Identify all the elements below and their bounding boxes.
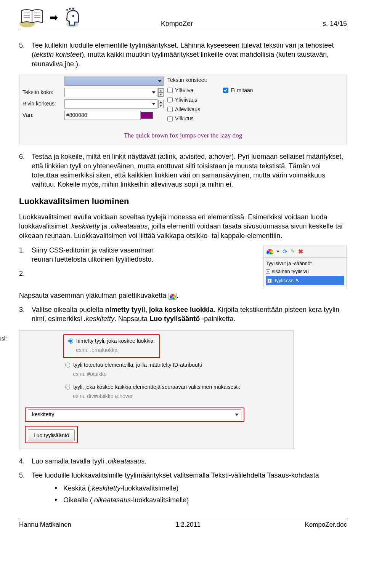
line-height-spinner[interactable]: ▲▼ bbox=[158, 100, 164, 108]
page-footer: Hannu Matikainen 1.2.2011 KompoZer.doc bbox=[19, 518, 347, 529]
numbered-list-top2: 6. Testaa ja kokeile, miltä eri linkit n… bbox=[19, 152, 347, 189]
create-rule-button[interactable]: Luo tyylisääntö bbox=[28, 429, 75, 442]
color-swatch[interactable] bbox=[141, 112, 153, 119]
dropdown-arrow-icon bbox=[152, 103, 156, 105]
checkbox-overline[interactable]: Yläviiva bbox=[167, 87, 200, 94]
dropdown-arrow-icon[interactable] bbox=[276, 251, 279, 252]
page-header: ➡ KompoZer s. 14/15 bbox=[19, 8, 347, 30]
footer-filename: KompoZer.doc bbox=[305, 521, 347, 529]
intro-paragraph: Luokkavalitsimen avulla voidaan soveltaa… bbox=[19, 213, 347, 240]
bullet-item: Oikealle (.oikeatasaus-luokkavalitsimell… bbox=[55, 495, 347, 505]
steps-list-2: 4. Luo samalla tavalla tyyli .oikeatasau… bbox=[19, 457, 347, 507]
step-4: 4. Luo samalla tavalla tyyli .oikeatasau… bbox=[19, 457, 347, 466]
footer-date: 1.2.2011 bbox=[175, 521, 201, 529]
label-line-height: Rivin korkeus: bbox=[22, 100, 64, 107]
highlighted-input: .keskitetty bbox=[25, 407, 244, 422]
step-3: 3. Valitse oikealta puolelta nimetty tyy… bbox=[19, 305, 347, 324]
delete-icon[interactable]: ✖ bbox=[298, 248, 303, 256]
label-text-size: Tekstin koko: bbox=[22, 89, 64, 96]
svg-point-9 bbox=[66, 9, 68, 11]
line-height-field[interactable] bbox=[64, 99, 157, 109]
refresh-icon[interactable]: ⟳ bbox=[283, 248, 287, 256]
radio-class-style[interactable]: nimetty tyyli, joka koskee luokkia: bbox=[66, 336, 157, 346]
item-text: Tee kullekin luodulle elementille tyylim… bbox=[32, 41, 347, 69]
checkbox-underline[interactable]: Alleviivaus bbox=[167, 106, 200, 113]
radio-selector-style[interactable]: tyyli, joka koskee kaikkia elementtejä s… bbox=[63, 382, 288, 392]
color-input[interactable]: #800080 bbox=[64, 111, 141, 120]
list-item-5: 5. Tee kullekin luodulle elementille tyy… bbox=[19, 41, 347, 69]
section-heading: Luokkavalitsimen luominen bbox=[19, 196, 347, 207]
text-style-panel: Tekstin koko: ▲▼ Rivin korkeus: ▲▼ Väri:… bbox=[19, 75, 347, 145]
header-title: KompoZer bbox=[161, 19, 193, 28]
bullet-item: Keskitä (.keskitetty-luokkavalitsimelle) bbox=[55, 483, 347, 493]
item-number: 5. bbox=[19, 41, 30, 50]
bullet-list: Keskitä (.keskitetty-luokkavalitsimelle)… bbox=[55, 483, 347, 505]
hint-text: esim. .omaluokka bbox=[76, 346, 157, 356]
preview-text: The quick brown fox jumps over the lazy … bbox=[22, 131, 344, 140]
item-text: Testaa ja kokeile, miltä eri linkit näyt… bbox=[32, 152, 347, 189]
hint-text: esim. #otsikko bbox=[73, 370, 288, 380]
numbered-list-top: 5. Tee kullekin luodulle elementille tyy… bbox=[19, 41, 347, 69]
radio-id-style[interactable]: tyyli toteutuu elementeillä, joilla määr… bbox=[63, 360, 288, 370]
panel-title: Tyylisivut ja -säännöt bbox=[266, 259, 344, 268]
item-number: 6. bbox=[19, 152, 30, 161]
list-item-6: 6. Testaa ja kokeile, miltä eri linkit n… bbox=[19, 152, 347, 189]
svg-point-8 bbox=[72, 15, 74, 17]
text-size-field[interactable] bbox=[64, 88, 157, 97]
create-rule-dialog: Luo uusi: nimetty tyyli, joka koskee luo… bbox=[19, 330, 294, 449]
thinking-head-icon bbox=[62, 8, 81, 28]
checkbox-linethrough[interactable]: Yliviivaus bbox=[167, 96, 200, 104]
step-1: 1. Siirry CSS-editoriin ja valitse vasem… bbox=[19, 246, 258, 264]
hint-text: esim. div#otsikko a:hover bbox=[73, 392, 288, 402]
create-new-label: Luo uusi: bbox=[0, 335, 7, 342]
text-size-spinner[interactable]: ▲▼ bbox=[158, 88, 164, 97]
checkbox-blink[interactable]: Vilkutus bbox=[167, 115, 200, 122]
edit-icon[interactable]: ✎ bbox=[291, 248, 295, 255]
header-page: s. 14/15 bbox=[323, 19, 347, 28]
css-editor-toolbar: ⟳ ✎ ✖ bbox=[263, 246, 347, 258]
dropdown-arrow-icon bbox=[152, 91, 156, 94]
palette-icon bbox=[168, 293, 177, 300]
decorations-title: Tekstin koristeet: bbox=[167, 77, 344, 84]
open-book-icon bbox=[19, 8, 46, 28]
step-5: 5. Tee luoduille luokkavalitsimille tyyl… bbox=[19, 471, 347, 507]
font-family-dropdown[interactable] bbox=[64, 77, 164, 86]
header-text: KompoZer s. 14/15 bbox=[161, 19, 347, 28]
label-color: Väri: bbox=[22, 112, 64, 119]
checkbox-none[interactable]: Ei mitään bbox=[223, 87, 253, 94]
header-icons: ➡ bbox=[19, 8, 81, 28]
arrow-right-icon: ➡ bbox=[50, 11, 58, 24]
highlighted-button: Luo tyylisääntö bbox=[25, 426, 78, 444]
cursor-icon: ↖ bbox=[295, 276, 300, 285]
css-editor-sidebar: ⟳ ✎ ✖ Tyylisivut ja -säännöt +sisäinen t… bbox=[263, 246, 347, 287]
highlighted-option: nimetty tyyli, joka koskee luokkia: esim… bbox=[63, 334, 160, 358]
svg-point-10 bbox=[69, 8, 71, 10]
tree-item-selected[interactable]: + tyylit.css ↖ bbox=[266, 276, 344, 286]
dropdown-arrow-icon bbox=[158, 80, 162, 82]
dropdown-arrow-icon bbox=[235, 414, 239, 416]
palette-icon[interactable] bbox=[266, 249, 273, 254]
footer-author: Hannu Matikainen bbox=[19, 521, 71, 529]
tree-item-internal[interactable]: +sisäinen tyylisivu bbox=[266, 267, 344, 276]
selector-input[interactable]: .keskitetty bbox=[28, 409, 241, 420]
